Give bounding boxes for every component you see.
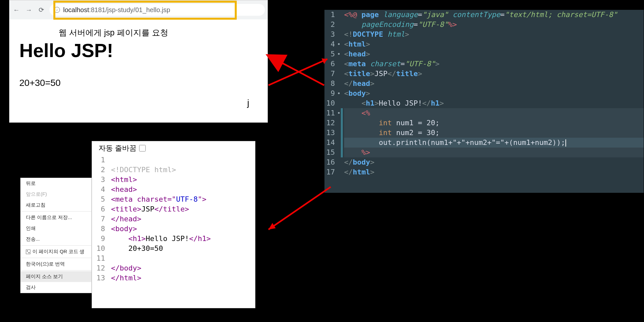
- context-menu: 뒤로 앞으로(F) 새로고침 다른 이름으로 저장... 인쇄 전송... 이 …: [20, 178, 92, 293]
- wrap-checkbox[interactable]: [139, 145, 146, 151]
- code-editor: 1234567891011121314151617 •••• <%@ page …: [324, 10, 644, 193]
- address-bar[interactable]: i localhost:8181/jsp-study/01_hello.jsp: [49, 4, 265, 16]
- page-heading: Hello JSP!: [19, 39, 258, 61]
- browser-viewport: 웹 서버에게 jsp 페이지를 요청 Hello JSP! 20+30=50: [9, 19, 267, 96]
- page-calc-text: 20+30=50: [19, 78, 258, 88]
- browser-toolbar: ← → ⟳ i localhost:8181/jsp-study/01_hell…: [9, 0, 267, 19]
- forward-button[interactable]: →: [25, 6, 33, 14]
- arrow-right: [265, 52, 331, 93]
- ctx-separator: [21, 270, 91, 271]
- text-cursor: [565, 139, 566, 147]
- cropped-letter-j: j: [247, 98, 249, 108]
- ctx-print[interactable]: 인쇄: [21, 223, 91, 234]
- editor-fold-markers: ••••: [337, 10, 341, 177]
- browser-window: ← → ⟳ i localhost:8181/jsp-study/01_hell…: [9, 0, 268, 123]
- ctx-qrcode[interactable]: 이 페이지의 QR 코드 생: [21, 246, 91, 257]
- ctx-separator: [21, 245, 91, 246]
- back-button[interactable]: ←: [12, 6, 21, 14]
- svg-line-1: [268, 187, 331, 230]
- ctx-separator: [21, 258, 91, 258]
- reload-button[interactable]: ⟳: [37, 6, 46, 14]
- source-body: 12345678910111213 <!DOCTYPE html> <html>…: [92, 155, 255, 283]
- ctx-cast[interactable]: 전송...: [21, 234, 91, 245]
- annotation-text: 웹 서버에게 jsp 페이지를 요청: [59, 27, 258, 38]
- source-panel: 자동 줄바꿈 12345678910111213 <!DOCTYPE html>…: [92, 141, 255, 308]
- editor-code[interactable]: <%@ page language="java" contentType="te…: [343, 10, 644, 177]
- wrap-label: 자동 줄바꿈: [99, 143, 137, 153]
- ctx-back[interactable]: 뒤로: [21, 178, 91, 189]
- ctx-inspect[interactable]: 검사: [21, 282, 91, 293]
- ctx-translate[interactable]: 한국어(으)로 번역: [21, 259, 91, 270]
- address-bar-wrap: i localhost:8181/jsp-study/01_hello.jsp: [49, 4, 265, 16]
- site-info-icon[interactable]: i: [54, 7, 60, 13]
- ctx-viewsource[interactable]: 페이지 소스 보기: [21, 271, 91, 282]
- source-code[interactable]: <!DOCTYPE html> <html> <head> <meta char…: [108, 155, 211, 283]
- ctx-forward[interactable]: 앞으로(F): [21, 189, 91, 200]
- source-toolbar: 자동 줄바꿈: [92, 141, 255, 155]
- ctx-separator: [21, 211, 91, 211]
- qr-icon: [26, 250, 30, 254]
- arrow-left: [262, 184, 334, 244]
- url-text: localhost:8181/jsp-study/01_hello.jsp: [63, 6, 170, 14]
- source-gutter: 12345678910111213: [92, 155, 108, 283]
- ctx-reload[interactable]: 새로고침: [21, 200, 91, 211]
- editor-gutter: 1234567891011121314151617: [324, 10, 337, 177]
- ctx-saveas[interactable]: 다른 이름으로 저장...: [21, 212, 91, 223]
